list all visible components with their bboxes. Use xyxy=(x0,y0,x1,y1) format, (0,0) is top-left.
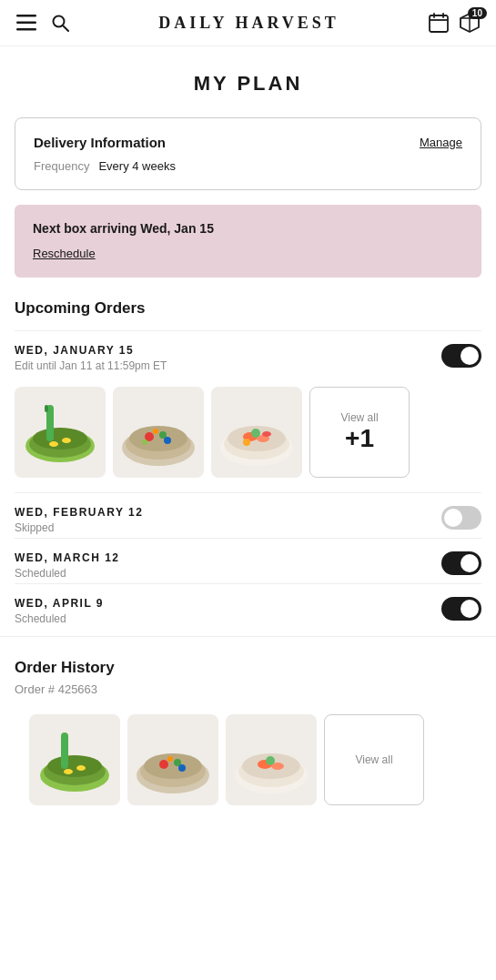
order-status: Edit until Jan 11 at 11:59pm ET xyxy=(15,359,167,372)
order-date-info-feb: WED, FEBRUARY 12 Skipped xyxy=(15,506,143,534)
calendar-icon[interactable] xyxy=(429,13,449,33)
order-date-info: WED, JANUARY 15 Edit until Jan 11 at 11:… xyxy=(15,344,167,372)
svg-rect-2 xyxy=(16,28,36,31)
order-toggle-mar12[interactable] xyxy=(441,551,481,575)
view-all-card-jan15[interactable]: View all +1 xyxy=(309,387,410,478)
page-title: MY PLAN xyxy=(0,46,496,117)
search-icon[interactable] xyxy=(51,14,69,32)
manage-button[interactable]: Manage xyxy=(420,136,462,149)
header-left xyxy=(16,14,69,32)
order-item-feb12: WED, FEBRUARY 12 Skipped xyxy=(15,492,481,538)
svg-rect-0 xyxy=(16,15,36,17)
reschedule-button[interactable]: Reschedule xyxy=(33,247,96,260)
food-item-2[interactable] xyxy=(113,387,204,478)
svg-point-24 xyxy=(164,437,171,444)
history-food-item-2[interactable] xyxy=(127,714,218,805)
svg-rect-5 xyxy=(430,15,448,32)
food-grid-jan15: View all +1 xyxy=(15,376,481,492)
svg-rect-1 xyxy=(16,22,36,25)
order-date-feb: WED, FEBRUARY 12 xyxy=(15,506,143,519)
svg-point-33 xyxy=(243,439,250,446)
svg-line-4 xyxy=(63,25,68,31)
order-item-jan15: WED, JANUARY 15 Edit until Jan 11 at 11:… xyxy=(15,330,481,376)
svg-point-17 xyxy=(62,438,71,443)
svg-point-45 xyxy=(167,756,173,762)
order-item-mar12: WED, MARCH 12 Scheduled xyxy=(15,538,481,583)
svg-point-31 xyxy=(251,429,260,438)
next-box-banner: Next box arriving Wed, Jan 15 Reschedule xyxy=(15,205,481,278)
order-toggle-apr9[interactable] xyxy=(441,597,481,621)
app-logo: DAILY HARVEST xyxy=(158,14,339,33)
frequency-label: Frequency xyxy=(34,159,89,173)
svg-point-36 xyxy=(47,755,102,777)
delivery-card-header: Delivery Information Manage xyxy=(34,135,462,150)
order-item-apr9: WED, APRIL 9 Scheduled xyxy=(15,583,481,629)
history-food-grid: View all xyxy=(15,705,481,805)
next-box-text: Next box arriving Wed, Jan 15 xyxy=(33,221,463,236)
svg-point-38 xyxy=(64,769,73,774)
svg-point-52 xyxy=(266,756,275,765)
view-all-label: View all xyxy=(340,411,378,424)
order-status-feb: Skipped xyxy=(15,521,143,534)
delivery-info-card: Delivery Information Manage Frequency Ev… xyxy=(15,117,481,190)
cart-badge-wrap: 10 xyxy=(460,13,480,33)
history-food-item-3[interactable] xyxy=(226,714,317,805)
order-history-title: Order History xyxy=(15,644,481,682)
food-item-1[interactable] xyxy=(15,387,106,478)
svg-point-23 xyxy=(153,429,158,434)
order-list: WED, JANUARY 15 Edit until Jan 11 at 11:… xyxy=(0,330,496,629)
frequency-value: Every 4 weeks xyxy=(98,159,176,173)
menu-icon[interactable] xyxy=(16,15,36,31)
svg-rect-15 xyxy=(45,405,48,412)
order-date-info-mar: WED, MARCH 12 Scheduled xyxy=(15,551,120,580)
order-status-mar: Scheduled xyxy=(15,567,120,580)
svg-point-46 xyxy=(178,764,186,772)
svg-point-25 xyxy=(142,439,147,445)
order-date-apr: WED, APRIL 9 xyxy=(15,597,104,610)
svg-point-16 xyxy=(49,441,58,447)
order-status-apr: Scheduled xyxy=(15,612,104,625)
order-date-mar: WED, MARCH 12 xyxy=(15,551,120,564)
upcoming-orders-title: Upcoming Orders xyxy=(0,299,496,330)
delivery-info-title: Delivery Information xyxy=(34,135,166,150)
history-food-item-1[interactable] xyxy=(29,714,120,805)
history-view-all-label: View all xyxy=(355,753,392,766)
svg-point-43 xyxy=(159,760,168,769)
order-number: Order # 425663 xyxy=(15,682,481,705)
cart-count: 10 xyxy=(468,7,487,19)
svg-point-39 xyxy=(76,765,86,771)
delivery-frequency-row: Frequency Every 4 weeks xyxy=(34,159,462,173)
order-toggle-jan15[interactable] xyxy=(441,344,481,368)
svg-point-20 xyxy=(129,426,187,451)
svg-rect-37 xyxy=(61,732,68,769)
svg-point-42 xyxy=(144,753,202,779)
svg-point-13 xyxy=(33,428,87,450)
order-date-info-apr: WED, APRIL 9 Scheduled xyxy=(15,597,104,625)
history-view-all-card[interactable]: View all xyxy=(324,714,424,805)
food-item-3[interactable] xyxy=(211,387,302,478)
order-toggle-feb12[interactable] xyxy=(441,506,481,530)
order-date: WED, JANUARY 15 xyxy=(15,344,167,357)
header: DAILY HARVEST 10 xyxy=(0,0,496,46)
view-all-count: +1 xyxy=(345,424,374,453)
header-right: 10 xyxy=(429,13,480,33)
order-history-section: Order History Order # 425663 xyxy=(0,636,496,805)
svg-point-32 xyxy=(262,431,271,437)
